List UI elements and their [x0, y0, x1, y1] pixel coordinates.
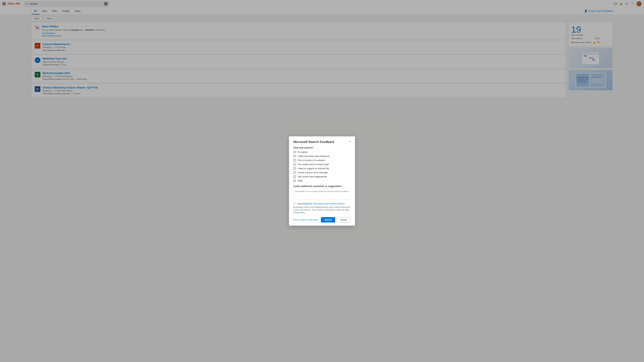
- comments-label: Leave additional comments or suggestions: [294, 185, 350, 188]
- how-to-link[interactable]: How to search in Microsoft: [294, 218, 318, 221]
- policy-body: By pressing submit, your feedback will b…: [294, 206, 350, 211]
- radio-circle: [294, 163, 296, 166]
- radio-circle: [294, 167, 296, 170]
- radio-label: The results took too long to load: [298, 163, 329, 166]
- radio-option-suggest-link[interactable]: I want to suggest an internal link: [294, 167, 350, 170]
- radio-circle: [294, 155, 296, 158]
- modal-close-button[interactable]: ×: [349, 140, 350, 143]
- radio-label: I didn't find what I was looking for: [298, 155, 330, 158]
- comments-textarea[interactable]: [294, 189, 350, 200]
- radio-label: This is incorrect or irrelevant: [298, 159, 325, 162]
- policy-link[interactable]: Privacy policy.: [294, 212, 305, 214]
- radio-option-incorrect[interactable]: This is incorrect or irrelevant: [294, 159, 350, 162]
- radio-circle: [294, 171, 296, 174]
- radio-option-other[interactable]: Other: [294, 180, 350, 182]
- radio-label: I want to suggest an internal link: [298, 167, 329, 170]
- radio-option-not-found[interactable]: I didn't find what I was looking for: [294, 155, 350, 158]
- modal-footer: How to search in Microsoft Submit Cancel: [294, 217, 350, 222]
- diagnostic-checkbox[interactable]: [294, 202, 296, 205]
- radio-option-inappropriate[interactable]: The content was inappropriate: [294, 175, 350, 178]
- radio-label: Other: [298, 180, 303, 182]
- radio-circle: [294, 180, 296, 182]
- radio-option-too-slow[interactable]: The results took too long to load: [294, 163, 350, 166]
- modal-how-label: How was search?: [294, 146, 350, 149]
- radio-circle: [294, 175, 296, 178]
- radio-circle: [294, 151, 296, 153]
- radio-label: The content was inappropriate: [298, 175, 327, 178]
- diagnostic-row: Send diagnostic information and relevant…: [294, 202, 350, 205]
- submit-button[interactable]: Submit: [321, 217, 335, 222]
- modal-header: Microsoft Search Feedback ×: [294, 140, 350, 144]
- feedback-modal: Microsoft Search Feedback × How was sear…: [289, 136, 355, 226]
- diagnostic-text: Send diagnostic information and relevant…: [297, 202, 344, 205]
- diagnostic-send-label: Send: [297, 202, 302, 205]
- modal-title: Microsoft Search Feedback: [294, 140, 334, 144]
- radio-label: It's helpful: [298, 151, 308, 153]
- radio-options: It's helpful I didn't find what I was lo…: [294, 151, 350, 182]
- policy-text: By pressing submit, your feedback will b…: [294, 206, 350, 214]
- radio-option-bug[interactable]: I found a bug or error message: [294, 171, 350, 174]
- radio-label: I found a bug or error message: [298, 171, 328, 174]
- overlay-backdrop: Microsoft Search Feedback × How was sear…: [0, 0, 644, 362]
- radio-circle: [294, 159, 296, 162]
- comments-section: Leave additional comments or suggestions: [294, 185, 350, 200]
- diagnostic-link[interactable]: diagnostic information and relevant cont…: [302, 202, 344, 205]
- cancel-button[interactable]: Cancel: [336, 217, 350, 222]
- radio-option-helpful[interactable]: It's helpful: [294, 151, 350, 153]
- footer-buttons: Submit Cancel: [321, 217, 350, 222]
